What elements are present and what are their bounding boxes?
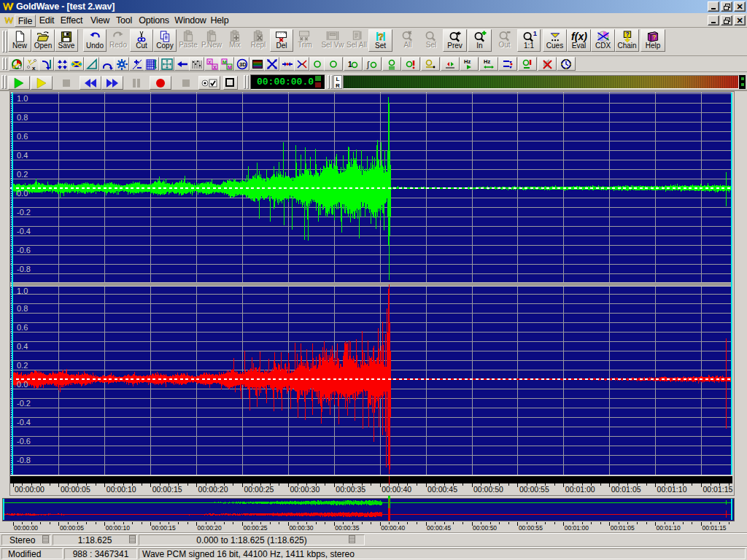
- svg-text:Hz: Hz: [484, 58, 490, 65]
- svg-text:0.2: 0.2: [17, 170, 28, 179]
- svg-text:M: M: [222, 59, 227, 64]
- svg-text:-0.4: -0.4: [17, 418, 31, 427]
- svg-text:?: ?: [377, 31, 383, 42]
- svg-text:∫: ∫: [366, 60, 370, 69]
- svg-text:0.4: 0.4: [17, 342, 28, 351]
- svg-text:00:00:50: 00:00:50: [473, 524, 497, 532]
- svg-text:00:01:05: 00:01:05: [611, 485, 641, 494]
- svg-text:f(x): f(x): [571, 31, 587, 42]
- svg-text:-0.6: -0.6: [17, 246, 31, 254]
- svg-text:0.8: 0.8: [17, 113, 28, 122]
- svg-text:X: X: [213, 64, 217, 69]
- svg-text:00:00:05: 00:00:05: [61, 485, 90, 494]
- svg-text:?: ?: [652, 34, 656, 41]
- svg-text:00:01:15: 00:01:15: [703, 485, 733, 494]
- svg-text:3D: 3D: [239, 61, 247, 68]
- svg-text:-0.6: -0.6: [17, 437, 31, 446]
- svg-text:x: x: [32, 65, 36, 70]
- svg-text:0.6: 0.6: [17, 132, 28, 141]
- svg-text:-0.4: -0.4: [17, 227, 31, 236]
- svg-text:00:01:10: 00:01:10: [657, 485, 687, 494]
- svg-text:00:00:10: 00:00:10: [107, 485, 136, 494]
- svg-text:00:00:35: 00:00:35: [335, 524, 359, 532]
- svg-text:00:00:20: 00:00:20: [198, 524, 222, 532]
- svg-text:00:01:00: 00:01:00: [565, 485, 595, 494]
- svg-text:00:01:05: 00:01:05: [611, 524, 635, 532]
- svg-text:00:00:40: 00:00:40: [382, 485, 411, 494]
- svg-text:00:00:00: 00:00:00: [14, 524, 38, 532]
- svg-text:00:00:50: 00:00:50: [473, 485, 503, 494]
- svg-text:0.4: 0.4: [17, 151, 28, 160]
- svg-text:00:00:00: 00:00:00: [15, 485, 44, 494]
- svg-text:0.8: 0.8: [17, 304, 28, 313]
- svg-text:-0.2: -0.2: [17, 208, 31, 217]
- svg-text:-0.8: -0.8: [17, 265, 31, 273]
- svg-text:00:00:10: 00:00:10: [106, 524, 130, 532]
- svg-text:00:01:15: 00:01:15: [703, 524, 727, 532]
- svg-text:00:00:55: 00:00:55: [519, 524, 543, 532]
- svg-text:00:00:25: 00:00:25: [244, 485, 274, 494]
- svg-text:00:00:20: 00:00:20: [198, 485, 228, 494]
- svg-text:1.0: 1.0: [17, 94, 28, 103]
- svg-text:1: 1: [533, 31, 537, 37]
- svg-text:0.2: 0.2: [17, 361, 28, 370]
- svg-text:00:00:40: 00:00:40: [381, 524, 405, 532]
- svg-text:?: ?: [625, 31, 629, 38]
- svg-text:00:00:25: 00:00:25: [244, 524, 268, 532]
- svg-text:00:01:00: 00:01:00: [565, 524, 589, 532]
- svg-text:00:00:05: 00:00:05: [60, 524, 84, 532]
- svg-text:M: M: [228, 64, 232, 69]
- svg-text:00:00:30: 00:00:30: [290, 485, 320, 494]
- svg-text:00:00:30: 00:00:30: [289, 524, 313, 532]
- svg-text:00:00:45: 00:00:45: [427, 485, 457, 494]
- svg-text:Hz: Hz: [464, 58, 471, 65]
- svg-text:X: X: [208, 59, 212, 64]
- svg-text:00:00:15: 00:00:15: [152, 485, 182, 494]
- svg-text:00:01:10: 00:01:10: [657, 524, 681, 532]
- svg-text:00:00:15: 00:00:15: [152, 524, 176, 532]
- svg-text:0.0: 0.0: [17, 189, 28, 198]
- svg-text:0.0: 0.0: [17, 380, 28, 389]
- svg-text:00:00:55: 00:00:55: [519, 485, 549, 494]
- svg-text:0.6: 0.6: [17, 323, 28, 332]
- svg-text:-0.8: -0.8: [17, 456, 31, 464]
- svg-text:-0.2: -0.2: [17, 399, 31, 408]
- svg-text:00:00:35: 00:00:35: [336, 485, 365, 494]
- svg-text:1.0: 1.0: [17, 287, 28, 295]
- svg-text:00:00:45: 00:00:45: [427, 524, 451, 532]
